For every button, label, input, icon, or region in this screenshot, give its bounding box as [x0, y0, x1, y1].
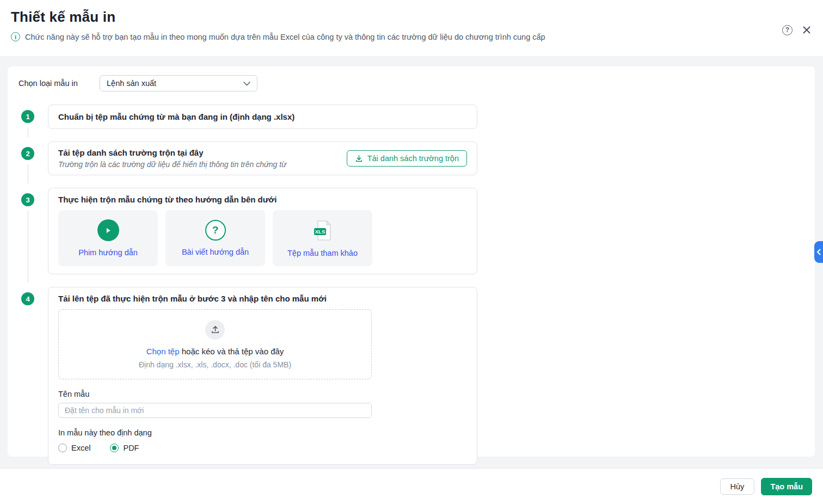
- step-connector: [28, 164, 28, 183]
- question-icon: ?: [205, 220, 226, 241]
- step-4-card: Tải lên tệp đã thực hiện trộn mẫu ở bước…: [48, 287, 477, 465]
- page-description-row: i Chức năng này sẽ hỗ trợ bạn tạo mẫu in…: [11, 32, 812, 41]
- format-option-excel[interactable]: Excel: [58, 444, 90, 452]
- step-4: 4 Tải lên tệp đã thực hiện trộn mẫu ở bư…: [19, 287, 804, 465]
- footer-bar: Hủy Tạo mẫu: [0, 468, 823, 504]
- guide-video-card[interactable]: Phim hướng dẫn: [58, 210, 158, 266]
- step-1-card: Chuẩn bị tệp mẫu chứng từ mà bạn đang in…: [48, 105, 477, 129]
- play-icon: [97, 219, 119, 241]
- upload-icon: [205, 320, 225, 340]
- step-2: 2 Tải tệp danh sách trường trộn tại đây …: [19, 142, 804, 175]
- allowed-formats-text: Định dạng .xlsx, .xls, .docx, .doc (tối …: [139, 360, 291, 369]
- step-3-title: Thực hiện trộn mẫu chứng từ theo hướng d…: [58, 195, 467, 204]
- xls-file-icon: XLS: [311, 219, 334, 242]
- format-excel-label: Excel: [71, 444, 90, 452]
- format-option-pdf[interactable]: PDF: [110, 444, 139, 452]
- template-type-select[interactable]: Lệnh sản xuất: [100, 75, 257, 91]
- guide-video-label: Phim hướng dẫn: [78, 248, 138, 257]
- close-icon[interactable]: [801, 24, 812, 35]
- download-merge-fields-label: Tải danh sách trường trộn: [367, 154, 459, 163]
- page-header: Thiết kế mẫu in i Chức năng này sẽ hỗ tr…: [0, 0, 823, 56]
- content-card: Chọn loại mẫu in Lệnh sản xuất 1 Chuẩn b…: [8, 66, 815, 457]
- info-icon: i: [11, 32, 20, 41]
- help-icon[interactable]: ?: [782, 25, 793, 35]
- step-1-title: Chuẩn bị tệp mẫu chứng từ mà bạn đang in…: [58, 112, 294, 121]
- format-pdf-label: PDF: [123, 444, 139, 452]
- step-3-card: Thực hiện trộn mẫu chứng từ theo hướng d…: [48, 188, 477, 274]
- sample-file-label: Tệp mẫu tham khảo: [287, 249, 358, 257]
- main-area: Chọn loại mẫu in Lệnh sản xuất 1 Chuẩn b…: [0, 56, 823, 468]
- download-merge-fields-button[interactable]: Tải danh sách trường trộn: [347, 150, 467, 167]
- print-format-label: In mẫu này theo định dạng: [58, 428, 467, 437]
- cancel-button[interactable]: Hủy: [720, 478, 755, 495]
- step-2-number: 2: [21, 147, 34, 160]
- step-3: 3 Thực hiện trộn mẫu chứng từ theo hướng…: [19, 188, 804, 274]
- template-name-label: Tên mẫu: [58, 390, 467, 398]
- step-2-card: Tải tệp danh sách trường trộn tại đây Tr…: [48, 142, 477, 175]
- sample-file-card[interactable]: XLS Tệp mẫu tham khảo: [273, 210, 372, 266]
- guide-article-card[interactable]: ? Bài viết hướng dẫn: [165, 210, 265, 266]
- step-connector: [28, 127, 28, 137]
- dropzone-instruction: Chọn tệp hoặc kéo và thả tệp vào đây: [146, 347, 284, 356]
- step-2-title: Tải tệp danh sách trường trộn tại đây: [58, 148, 286, 157]
- template-name-input[interactable]: [58, 403, 372, 418]
- step-4-title: Tải lên tệp đã thực hiện trộn mẫu ở bước…: [58, 294, 467, 303]
- download-icon: [355, 155, 363, 163]
- create-template-button[interactable]: Tạo mẫu: [761, 478, 812, 495]
- step-3-number: 3: [21, 193, 34, 206]
- chevron-left-icon: [816, 249, 821, 255]
- drag-drop-text: hoặc kéo và thả tệp vào đây: [180, 347, 284, 356]
- template-type-selected-value: Lệnh sản xuất: [107, 79, 156, 88]
- step-1: 1 Chuẩn bị tệp mẫu chứng từ mà bạn đang …: [19, 105, 804, 129]
- step-connector: [28, 211, 28, 282]
- chevron-down-icon: [243, 79, 250, 88]
- radio-excel[interactable]: [58, 444, 67, 452]
- step-4-number: 4: [21, 292, 34, 305]
- choose-file-link[interactable]: Chọn tệp: [146, 347, 180, 356]
- side-panel-toggle[interactable]: [814, 241, 823, 263]
- guide-article-label: Bài viết hướng dẫn: [182, 248, 249, 256]
- step-2-subtitle: Trường trộn là các trường dữ liệu để hiể…: [58, 160, 286, 169]
- template-type-label: Chọn loại mẫu in: [19, 79, 100, 88]
- file-dropzone[interactable]: Chọn tệp hoặc kéo và thả tệp vào đây Địn…: [58, 309, 372, 379]
- step-1-number: 1: [21, 110, 34, 123]
- page-description: Chức năng này sẽ hỗ trợ bạn tạo mẫu in t…: [25, 33, 545, 41]
- radio-pdf[interactable]: [110, 444, 119, 452]
- svg-text:XLS: XLS: [315, 229, 324, 235]
- page-title: Thiết kế mẫu in: [11, 9, 812, 26]
